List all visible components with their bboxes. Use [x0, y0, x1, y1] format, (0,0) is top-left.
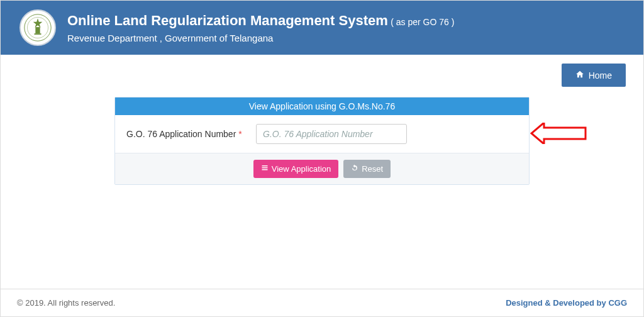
reset-button-label: Reset — [362, 164, 383, 174]
page-subtitle: ( as per GO 76 ) — [391, 17, 454, 27]
state-emblem-icon — [19, 9, 56, 46]
required-mark: * — [238, 129, 242, 139]
top-actions: Home — [1, 55, 643, 92]
app-container: Online Land Regularization Management Sy… — [0, 0, 644, 317]
view-application-button[interactable]: View Application — [253, 160, 338, 178]
svg-rect-3 — [34, 33, 41, 35]
panel-footer: View Application Reset — [115, 153, 529, 184]
svg-rect-2 — [35, 27, 40, 33]
panel-title: View Application using G.O.Ms.No.76 — [115, 97, 529, 115]
application-number-input[interactable] — [256, 124, 407, 144]
page-footer: © 2019. All rights reserved. Designed & … — [1, 289, 643, 316]
svg-rect-6 — [262, 169, 267, 170]
annotation-arrow-icon — [530, 123, 587, 147]
reset-icon — [351, 164, 358, 174]
home-icon — [575, 70, 584, 81]
credit-link[interactable]: Designed & Developed by CGG — [506, 298, 627, 308]
view-application-panel: View Application using G.O.Ms.No.76 G.O.… — [114, 97, 530, 185]
view-button-label: View Application — [272, 164, 331, 174]
list-icon — [261, 164, 269, 174]
svg-rect-5 — [262, 167, 267, 169]
home-button-label: Home — [589, 70, 612, 81]
panel-body: G.O. 76 Application Number * — [115, 115, 529, 153]
department-name: Revenue Department , Government of Telan… — [67, 33, 454, 43]
home-button[interactable]: Home — [562, 64, 626, 87]
copyright-text: © 2019. All rights reserved. — [17, 298, 115, 308]
page-header: Online Land Regularization Management Sy… — [1, 1, 643, 55]
header-text-block: Online Land Regularization Management Sy… — [67, 13, 454, 43]
page-title: Online Land Regularization Management Sy… — [67, 13, 388, 28]
reset-button[interactable]: Reset — [343, 160, 391, 178]
application-number-label: G.O. 76 Application Number * — [126, 129, 252, 139]
svg-rect-4 — [262, 165, 267, 167]
